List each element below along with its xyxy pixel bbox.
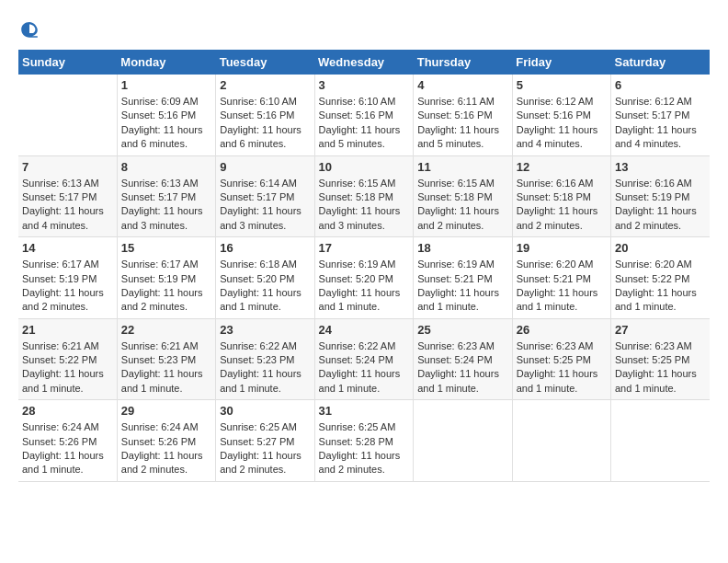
cell-info: Sunrise: 6:12 AM Sunset: 5:17 PM Dayligh… [615, 95, 706, 152]
day-number: 23 [220, 323, 310, 337]
calendar-cell: 31Sunrise: 6:25 AM Sunset: 5:28 PM Dayli… [314, 400, 414, 482]
cell-info: Sunrise: 6:23 AM Sunset: 5:24 PM Dayligh… [417, 339, 507, 396]
cell-info: Sunrise: 6:16 AM Sunset: 5:18 PM Dayligh… [517, 177, 607, 234]
calendar-cell: 30Sunrise: 6:25 AM Sunset: 5:27 PM Dayli… [216, 400, 314, 482]
column-header-sunday: Sunday [18, 50, 117, 75]
calendar-cell: 22Sunrise: 6:21 AM Sunset: 5:23 PM Dayli… [117, 318, 215, 400]
column-header-monday: Monday [117, 50, 215, 75]
calendar-cell: 10Sunrise: 6:15 AM Sunset: 5:18 PM Dayli… [314, 155, 414, 237]
week-row-3: 21Sunrise: 6:21 AM Sunset: 5:22 PM Dayli… [18, 318, 710, 400]
day-number: 5 [517, 78, 607, 92]
cell-info: Sunrise: 6:15 AM Sunset: 5:18 PM Dayligh… [417, 177, 507, 234]
calendar-cell: 2Sunrise: 6:10 AM Sunset: 5:16 PM Daylig… [216, 75, 314, 155]
calendar-cell: 11Sunrise: 6:15 AM Sunset: 5:18 PM Dayli… [414, 155, 512, 237]
calendar-cell: 6Sunrise: 6:12 AM Sunset: 5:17 PM Daylig… [611, 75, 711, 155]
calendar-cell: 7Sunrise: 6:13 AM Sunset: 5:17 PM Daylig… [18, 155, 117, 237]
day-number: 17 [319, 241, 410, 255]
cell-info: Sunrise: 6:23 AM Sunset: 5:25 PM Dayligh… [615, 339, 706, 396]
calendar-cell: 23Sunrise: 6:22 AM Sunset: 5:23 PM Dayli… [216, 318, 314, 400]
day-number: 1 [121, 78, 211, 92]
cell-info: Sunrise: 6:24 AM Sunset: 5:26 PM Dayligh… [22, 420, 113, 477]
column-header-thursday: Thursday [414, 50, 512, 75]
calendar-cell: 12Sunrise: 6:16 AM Sunset: 5:18 PM Dayli… [512, 155, 610, 237]
calendar-cell: 24Sunrise: 6:22 AM Sunset: 5:24 PM Dayli… [314, 318, 414, 400]
cell-info: Sunrise: 6:21 AM Sunset: 5:22 PM Dayligh… [22, 339, 113, 396]
column-header-wednesday: Wednesday [314, 50, 414, 75]
cell-info: Sunrise: 6:10 AM Sunset: 5:16 PM Dayligh… [220, 95, 310, 152]
day-number: 6 [615, 78, 706, 92]
cell-info: Sunrise: 6:16 AM Sunset: 5:19 PM Dayligh… [615, 177, 706, 234]
calendar-cell: 15Sunrise: 6:17 AM Sunset: 5:19 PM Dayli… [117, 237, 215, 319]
week-row-1: 7Sunrise: 6:13 AM Sunset: 5:17 PM Daylig… [18, 155, 710, 237]
day-number: 14 [22, 241, 113, 255]
cell-info: Sunrise: 6:20 AM Sunset: 5:22 PM Dayligh… [615, 258, 706, 315]
page-header [18, 18, 710, 40]
calendar-cell: 14Sunrise: 6:17 AM Sunset: 5:19 PM Dayli… [18, 237, 117, 319]
day-number: 27 [615, 323, 706, 337]
cell-info: Sunrise: 6:25 AM Sunset: 5:27 PM Dayligh… [220, 420, 310, 477]
cell-info: Sunrise: 6:12 AM Sunset: 5:16 PM Dayligh… [517, 95, 607, 152]
day-number: 12 [517, 160, 607, 174]
calendar-cell [611, 400, 711, 482]
week-row-0: 1Sunrise: 6:09 AM Sunset: 5:16 PM Daylig… [18, 75, 710, 155]
calendar-cell: 3Sunrise: 6:10 AM Sunset: 5:16 PM Daylig… [314, 75, 414, 155]
day-number: 30 [220, 404, 310, 418]
calendar-cell: 21Sunrise: 6:21 AM Sunset: 5:22 PM Dayli… [18, 318, 117, 400]
day-number: 18 [417, 241, 507, 255]
calendar-cell: 27Sunrise: 6:23 AM Sunset: 5:25 PM Dayli… [611, 318, 711, 400]
day-number: 20 [615, 241, 706, 255]
cell-info: Sunrise: 6:13 AM Sunset: 5:17 PM Dayligh… [121, 177, 211, 234]
column-header-saturday: Saturday [611, 50, 711, 75]
week-row-2: 14Sunrise: 6:17 AM Sunset: 5:19 PM Dayli… [18, 237, 710, 319]
calendar-header-row: SundayMondayTuesdayWednesdayThursdayFrid… [18, 50, 710, 75]
day-number: 21 [22, 323, 113, 337]
cell-info: Sunrise: 6:20 AM Sunset: 5:21 PM Dayligh… [517, 258, 607, 315]
calendar-cell: 19Sunrise: 6:20 AM Sunset: 5:21 PM Dayli… [512, 237, 610, 319]
day-number: 2 [220, 78, 310, 92]
day-number: 10 [319, 160, 410, 174]
day-number: 9 [220, 160, 310, 174]
day-number: 28 [22, 404, 113, 418]
cell-info: Sunrise: 6:22 AM Sunset: 5:23 PM Dayligh… [220, 339, 310, 396]
day-number: 13 [615, 160, 706, 174]
calendar-cell: 20Sunrise: 6:20 AM Sunset: 5:22 PM Dayli… [611, 237, 711, 319]
day-number: 25 [417, 323, 507, 337]
cell-info: Sunrise: 6:21 AM Sunset: 5:23 PM Dayligh… [121, 339, 211, 396]
calendar-cell: 29Sunrise: 6:24 AM Sunset: 5:26 PM Dayli… [117, 400, 215, 482]
column-header-friday: Friday [512, 50, 610, 75]
cell-info: Sunrise: 6:25 AM Sunset: 5:28 PM Dayligh… [319, 420, 410, 477]
calendar-cell: 28Sunrise: 6:24 AM Sunset: 5:26 PM Dayli… [18, 400, 117, 482]
cell-info: Sunrise: 6:23 AM Sunset: 5:25 PM Dayligh… [517, 339, 607, 396]
day-number: 29 [121, 404, 211, 418]
day-number: 31 [319, 404, 410, 418]
cell-info: Sunrise: 6:19 AM Sunset: 5:21 PM Dayligh… [417, 258, 507, 315]
cell-info: Sunrise: 6:13 AM Sunset: 5:17 PM Dayligh… [22, 177, 113, 234]
day-number: 11 [417, 160, 507, 174]
column-header-tuesday: Tuesday [216, 50, 314, 75]
calendar-cell: 1Sunrise: 6:09 AM Sunset: 5:16 PM Daylig… [117, 75, 215, 155]
day-number: 15 [121, 241, 211, 255]
cell-info: Sunrise: 6:10 AM Sunset: 5:16 PM Dayligh… [319, 95, 410, 152]
day-number: 24 [319, 323, 410, 337]
day-number: 4 [417, 78, 507, 92]
calendar-cell: 16Sunrise: 6:18 AM Sunset: 5:20 PM Dayli… [216, 237, 314, 319]
calendar-cell [18, 75, 117, 155]
calendar-cell: 8Sunrise: 6:13 AM Sunset: 5:17 PM Daylig… [117, 155, 215, 237]
cell-info: Sunrise: 6:17 AM Sunset: 5:19 PM Dayligh… [121, 258, 211, 315]
calendar-cell: 26Sunrise: 6:23 AM Sunset: 5:25 PM Dayli… [512, 318, 610, 400]
calendar-cell [414, 400, 512, 482]
day-number: 7 [22, 160, 113, 174]
cell-info: Sunrise: 6:19 AM Sunset: 5:20 PM Dayligh… [319, 258, 410, 315]
calendar-cell: 4Sunrise: 6:11 AM Sunset: 5:16 PM Daylig… [414, 75, 512, 155]
calendar-table: SundayMondayTuesdayWednesdayThursdayFrid… [18, 50, 710, 482]
day-number: 8 [121, 160, 211, 174]
calendar-cell: 17Sunrise: 6:19 AM Sunset: 5:20 PM Dayli… [314, 237, 414, 319]
calendar-cell: 13Sunrise: 6:16 AM Sunset: 5:19 PM Dayli… [611, 155, 711, 237]
cell-info: Sunrise: 6:11 AM Sunset: 5:16 PM Dayligh… [417, 95, 507, 152]
cell-info: Sunrise: 6:09 AM Sunset: 5:16 PM Dayligh… [121, 95, 211, 152]
cell-info: Sunrise: 6:18 AM Sunset: 5:20 PM Dayligh… [220, 258, 310, 315]
calendar-cell: 9Sunrise: 6:14 AM Sunset: 5:17 PM Daylig… [216, 155, 314, 237]
day-number: 3 [319, 78, 410, 92]
cell-info: Sunrise: 6:17 AM Sunset: 5:19 PM Dayligh… [22, 258, 113, 315]
day-number: 19 [517, 241, 607, 255]
